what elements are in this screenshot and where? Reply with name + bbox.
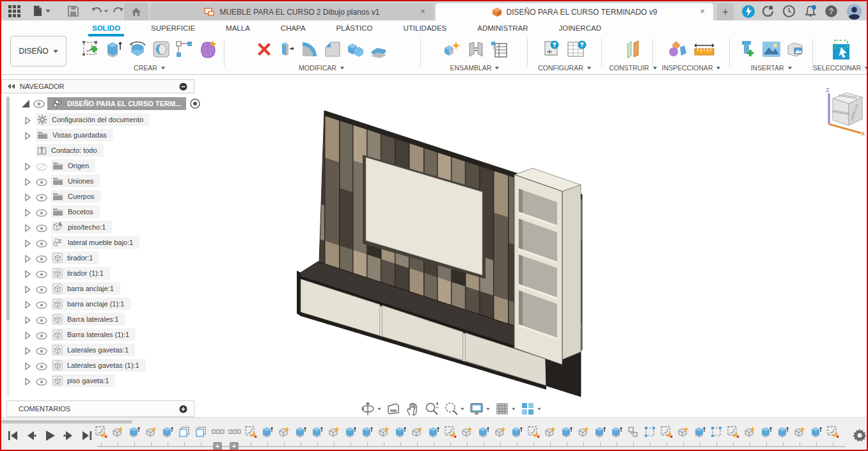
timeline-feature-extrude[interactable] xyxy=(128,425,142,439)
timeline-feature-extrude[interactable] xyxy=(477,425,491,439)
timeline-feature-group[interactable] xyxy=(211,425,225,439)
pattern-icon[interactable] xyxy=(175,40,194,59)
timeline-feature-extrude[interactable] xyxy=(311,425,325,439)
group-label-select[interactable]: SELECCIONAR xyxy=(816,64,866,72)
timeline-feature-extrude[interactable] xyxy=(810,425,824,439)
user-avatar[interactable] xyxy=(846,3,862,19)
timeline-feature-sketch[interactable] xyxy=(244,425,258,439)
insert-fastener-icon[interactable] xyxy=(738,39,757,59)
document-tab-active[interactable]: DISEÑO PARA EL CURSO TERMINADO v9 × xyxy=(436,3,713,20)
navigator-item[interactable]: Contacto: todo xyxy=(24,144,104,157)
pan-tool[interactable] xyxy=(404,400,421,417)
group-label-modify[interactable]: MODIFICAR xyxy=(229,64,414,72)
expand-arrow-icon[interactable] xyxy=(24,254,32,262)
combine-icon[interactable] xyxy=(346,40,365,59)
timeline-feature-sketch[interactable] xyxy=(826,425,840,439)
root-expand-icon[interactable] xyxy=(20,99,31,109)
group-label-inspect[interactable]: INSPECCIONAR xyxy=(656,64,727,72)
visibility-eye-icon[interactable] xyxy=(36,300,47,308)
joint-icon[interactable] xyxy=(466,40,485,59)
job-status-icon[interactable] xyxy=(740,3,756,19)
extensions-icon[interactable] xyxy=(760,3,776,19)
navigator-item[interactable]: Configuración del documento xyxy=(24,113,150,126)
timeline-feature-extrude[interactable] xyxy=(261,425,275,439)
navigator-item[interactable]: lateral mueble bajo:1 xyxy=(24,236,139,249)
navigator-item[interactable]: Bocetos xyxy=(24,205,100,218)
extrude-icon[interactable] xyxy=(104,40,123,59)
revolve-icon[interactable] xyxy=(127,40,148,59)
home-tab[interactable] xyxy=(124,3,148,20)
timeline-settings-gear-icon[interactable] xyxy=(853,428,867,442)
visibility-eye-icon[interactable] xyxy=(36,177,47,185)
navigator-item[interactable]: tirador:1 xyxy=(24,251,99,264)
canvas-image-icon[interactable] xyxy=(761,40,782,58)
timeline-feature-component[interactable] xyxy=(461,425,475,439)
timeline-feature-extrude[interactable] xyxy=(394,425,408,439)
navigator-item[interactable]: Barra laterales (1):1 xyxy=(24,328,136,341)
timeline-feature-extrude[interactable] xyxy=(594,425,608,439)
group-label-configure[interactable]: CONFIGURAR xyxy=(531,64,599,72)
delete-icon[interactable] xyxy=(255,40,273,58)
timeline-feature-component[interactable] xyxy=(544,425,558,439)
expand-arrow-icon[interactable] xyxy=(24,269,32,277)
ribbon-tab-solido[interactable]: SOLIDO xyxy=(77,22,136,35)
timeline-feature-group[interactable] xyxy=(228,425,242,439)
timeline-feature-extrude[interactable] xyxy=(294,425,308,439)
timeline-feature-component[interactable] xyxy=(145,425,159,439)
close-tab-icon[interactable]: × xyxy=(418,7,427,16)
visibility-eye-icon[interactable] xyxy=(36,346,47,354)
timeline-feature-extrude[interactable] xyxy=(510,425,525,439)
timeline-group-expand-button[interactable]: + xyxy=(230,442,239,450)
eye-icon[interactable] xyxy=(33,100,45,108)
timeline-feature-component[interactable] xyxy=(377,425,391,439)
viewports-tool[interactable] xyxy=(519,400,542,417)
chamfer-icon[interactable] xyxy=(323,40,342,59)
timeline-feature-extrude[interactable] xyxy=(161,425,175,439)
timeline-feature-sketch[interactable] xyxy=(444,425,458,439)
new-component-icon[interactable] xyxy=(442,39,462,59)
navigator-item[interactable]: piso/techo:1 xyxy=(24,221,112,233)
expand-arrow-icon[interactable] xyxy=(24,285,32,292)
notifications-bell-icon[interactable] xyxy=(802,3,818,19)
display-settings[interactable] xyxy=(468,400,491,417)
timeline-feature-pattern[interactable] xyxy=(178,425,192,439)
expand-arrow-icon[interactable] xyxy=(24,315,32,323)
history-clock-icon[interactable] xyxy=(781,3,797,19)
go-to-end-button[interactable] xyxy=(81,429,93,442)
timeline-feature-sketch[interactable] xyxy=(95,425,109,439)
timeline-feature-component[interactable] xyxy=(411,425,425,439)
navigator-item[interactable]: Uniones xyxy=(24,175,100,187)
timeline-feature-component[interactable] xyxy=(278,425,292,439)
group-label-insert[interactable]: INSERTAR xyxy=(733,64,810,72)
document-tab-inactive[interactable]: MUEBLE PARA EL CURSO 2 Dibujo planos v1 … xyxy=(150,3,434,20)
comments-header[interactable]: COMENTARIOS xyxy=(6,400,194,417)
group-label-create[interactable]: CREAR xyxy=(79,64,220,72)
navigator-scrollbar[interactable] xyxy=(6,97,10,397)
activate-radio-icon[interactable] xyxy=(190,99,200,109)
expand-arrow-icon[interactable] xyxy=(24,193,32,200)
visibility-eye-icon[interactable] xyxy=(36,162,47,170)
visibility-eye-icon[interactable] xyxy=(36,254,47,262)
fillet-icon[interactable] xyxy=(300,40,319,59)
visibility-eye-icon[interactable] xyxy=(36,208,47,216)
ruler-icon[interactable] xyxy=(693,40,716,59)
design-mode-dropdown[interactable]: DISEÑO xyxy=(10,36,67,67)
timeline-group-expand-button[interactable]: + xyxy=(213,442,222,450)
shell-icon[interactable] xyxy=(369,40,388,59)
timeline-feature-project[interactable] xyxy=(643,425,658,439)
navigator-item[interactable]: Vistas guardadas xyxy=(24,129,113,141)
collapse-panel-icon[interactable] xyxy=(7,83,16,90)
navigator-item[interactable]: Barra laterales:1 xyxy=(24,313,125,326)
save-button[interactable] xyxy=(65,4,81,18)
timeline-feature-component[interactable] xyxy=(577,425,591,439)
timeline-feature-extrude[interactable] xyxy=(427,425,441,439)
go-to-start-button[interactable] xyxy=(6,429,19,442)
panel-minus-icon[interactable] xyxy=(179,83,187,91)
viewcube[interactable]: SUPERIOR FRONTAL DERECHA Z X xyxy=(820,84,866,137)
new-tab-button[interactable]: + xyxy=(717,3,734,20)
step-back-button[interactable] xyxy=(25,429,38,442)
expand-arrow-icon[interactable] xyxy=(24,361,32,369)
navigator-item[interactable]: Laterales gavetas (1):1 xyxy=(24,359,146,372)
create-form-icon[interactable] xyxy=(198,39,218,59)
model-shelf-right-face[interactable] xyxy=(562,185,581,360)
